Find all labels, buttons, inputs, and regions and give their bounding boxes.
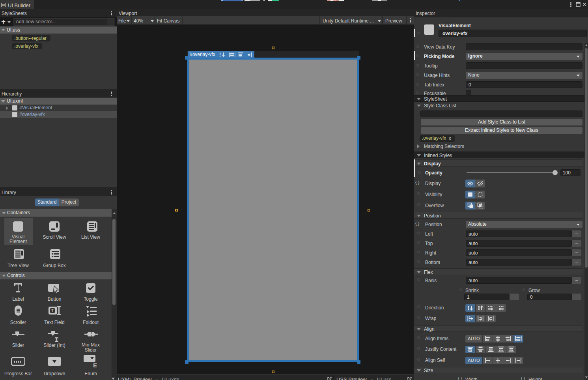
svg-text:E: E [93, 362, 97, 368]
svg-text:T: T [51, 308, 54, 313]
